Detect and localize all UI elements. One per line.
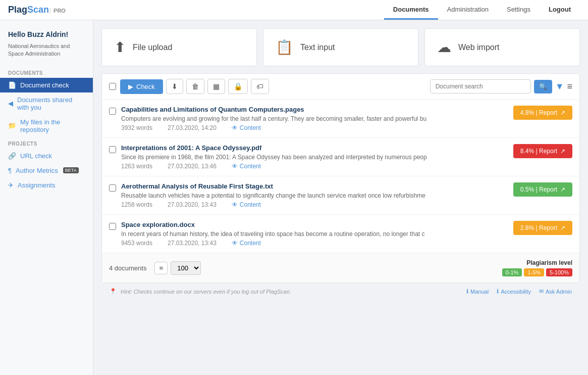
doc-words: 9453 words	[121, 240, 152, 247]
doc-action: 2.8% | Report ↗	[513, 221, 572, 235]
document-check-icon: 📄	[8, 81, 16, 89]
sidebar-item-author-metrics[interactable]: ¶ Author Metrics BETA	[0, 163, 93, 178]
per-page-select[interactable]: 100 50 25	[171, 261, 201, 275]
table-row: Space exploration.docx In recent years o…	[102, 215, 579, 253]
report-button[interactable]: 8.4% | Report ↗	[513, 144, 572, 158]
manual-icon: ℹ	[466, 288, 468, 295]
legend-badge-0-1: 0-1%	[502, 268, 522, 276]
doc-title: Space exploration.docx	[121, 221, 508, 228]
external-link-icon: ↗	[560, 224, 565, 231]
doc-title: Aerothermal Analysis of Reusable First S…	[121, 182, 508, 190]
doc-info: Aerothermal Analysis of Reusable First S…	[121, 182, 508, 208]
select-all-checkbox[interactable]	[109, 83, 116, 90]
doc-content-link[interactable]: 👁 Content	[232, 163, 261, 170]
doc-meta: 9453 words 27.03.2020, 13:43 👁 Content	[121, 240, 508, 247]
doc-content-link[interactable]: 👁 Content	[232, 124, 261, 131]
doc-excerpt: Computers are evolving and growing for t…	[121, 115, 434, 122]
table-row: Capabilities and Limitations of Quantum …	[102, 100, 579, 138]
plagiarism-label: Plagiarism level	[502, 259, 572, 266]
delete-button[interactable]: 🗑	[186, 79, 204, 94]
nav-tabs: Documents Administration Settings Logout	[384, 0, 580, 20]
header: PlagScanPRO Documents Administration Set…	[0, 0, 588, 20]
table-row: Aerothermal Analysis of Reusable First S…	[102, 176, 579, 215]
doc-meta: 3932 words 27.03.2020, 14:20 👁 Content	[121, 124, 508, 131]
sidebar-item-label: Assignments	[18, 181, 55, 189]
sidebar-item-label: Author Metrics	[16, 167, 58, 174]
filter-button[interactable]: ▼	[555, 81, 564, 92]
sidebar-item-url-check[interactable]: 🔗 URL check	[0, 149, 93, 163]
tab-settings[interactable]: Settings	[498, 0, 540, 20]
search-button[interactable]: 🔍	[534, 80, 552, 93]
doc-checkbox[interactable]	[109, 223, 116, 230]
file-upload-card[interactable]: ⬆ File upload	[101, 28, 257, 66]
upload-cards: ⬆ File upload 📋 Text input ☁ Web import	[101, 28, 580, 66]
doc-date: 27.03.2020, 13:46	[168, 163, 217, 170]
sidebar-section-projects: PROJECTS	[0, 137, 93, 149]
tab-logout[interactable]: Logout	[540, 0, 580, 20]
sidebar-org: National Aeronautics and Space Administr…	[0, 42, 93, 66]
sidebar-item-label: URL check	[20, 152, 52, 160]
web-import-card[interactable]: ☁ Web import	[424, 28, 580, 66]
lock-button[interactable]: 🔒	[228, 79, 248, 94]
web-import-icon: ☁	[437, 39, 451, 56]
sidebar-item-my-files[interactable]: 📁 My files in the repository	[0, 115, 93, 137]
doc-excerpt: Since its premiere in 1968, the film 200…	[121, 154, 434, 161]
doc-meta: 1263 words 27.03.2020, 13:46 👁 Content	[121, 163, 508, 170]
sidebar-item-label: Document check	[20, 81, 69, 89]
legend-badge-1-5: 1-5%	[524, 268, 544, 276]
eye-icon: 👁	[232, 163, 238, 170]
play-icon: ▶	[128, 83, 133, 90]
check-button[interactable]: ▶ Check	[120, 79, 163, 94]
table-row: Interpretations of 2001: A Space Odyssey…	[102, 138, 579, 176]
file-upload-label: File upload	[133, 43, 172, 52]
plagiarism-legend: Plagiarism level 0-1% 1-5% 5-100%	[502, 259, 572, 276]
eye-icon: 👁	[232, 240, 238, 247]
doc-words: 1258 words	[121, 201, 152, 208]
tab-administration[interactable]: Administration	[438, 0, 498, 20]
manual-link[interactable]: ℹ Manual	[466, 288, 489, 295]
report-button[interactable]: 0.5% | Report ↗	[513, 182, 572, 197]
tag-button[interactable]: 🏷	[251, 79, 269, 94]
sidebar-item-document-check[interactable]: 📄 Document check	[0, 78, 93, 92]
report-button[interactable]: 2.8% | Report ↗	[513, 221, 572, 235]
sidebar-item-label: Documents shared with you	[17, 96, 85, 111]
ask-admin-icon: ✉	[539, 288, 544, 295]
page-footer: 📍 Hint: Checks continue on our servers e…	[101, 283, 580, 300]
document-list: Capabilities and Limitations of Quantum …	[102, 100, 579, 253]
ask-admin-link[interactable]: ✉ Ask Admin	[539, 288, 572, 295]
doc-date: 27.03.2020, 13:43	[168, 240, 217, 247]
text-input-card[interactable]: 📋 Text input	[263, 28, 418, 66]
download-button[interactable]: ⬇	[166, 79, 183, 94]
eye-icon: 👁	[232, 124, 238, 131]
doc-checkbox[interactable]	[109, 184, 116, 192]
doc-excerpt: In recent years of human history, the id…	[121, 230, 434, 238]
doc-title: Interpretations of 2001: A Space Odyssey…	[121, 144, 508, 152]
assignments-icon: ✈	[8, 181, 14, 189]
eye-icon: 👁	[232, 201, 238, 208]
upload-icon: ⬆	[114, 39, 126, 56]
doc-content-link[interactable]: 👁 Content	[232, 201, 261, 208]
sort-button[interactable]: ≡	[567, 81, 572, 92]
beta-badge: BETA	[63, 167, 79, 173]
sidebar-item-documents-shared[interactable]: ◀ Documents shared with you	[0, 92, 93, 115]
doc-content-link[interactable]: 👁 Content	[232, 240, 261, 247]
doc-date: 27.03.2020, 13:43	[168, 201, 217, 208]
external-link-icon: ↗	[560, 109, 565, 116]
doc-checkbox[interactable]	[109, 108, 116, 115]
logo: PlagScanPRO	[8, 5, 66, 15]
search-input[interactable]	[430, 79, 531, 93]
doc-count: 4 documents	[109, 264, 146, 272]
web-import-label: Web import	[458, 43, 500, 52]
list-view-button[interactable]: ≡	[154, 262, 168, 274]
documents-panel: ▶ Check ⬇ 🗑 ▦ 🔒 🏷 🔍 ▼ ≡ Capabilities a	[101, 73, 580, 283]
accessibility-link[interactable]: ℹ Accessibility	[497, 288, 531, 295]
sidebar-greeting: Hello Buzz Aldrin!	[0, 28, 93, 42]
tab-documents[interactable]: Documents	[384, 0, 438, 20]
doc-info: Interpretations of 2001: A Space Odyssey…	[121, 144, 508, 170]
doc-toolbar: ▶ Check ⬇ 🗑 ▦ 🔒 🏷 🔍 ▼ ≡	[102, 74, 579, 100]
report-button[interactable]: 4.8% | Report ↗	[513, 106, 572, 120]
url-icon: 🔗	[8, 152, 16, 160]
archive-button[interactable]: ▦	[207, 79, 225, 94]
doc-checkbox[interactable]	[109, 146, 116, 153]
sidebar-item-assignments[interactable]: ✈ Assignments	[0, 178, 93, 193]
